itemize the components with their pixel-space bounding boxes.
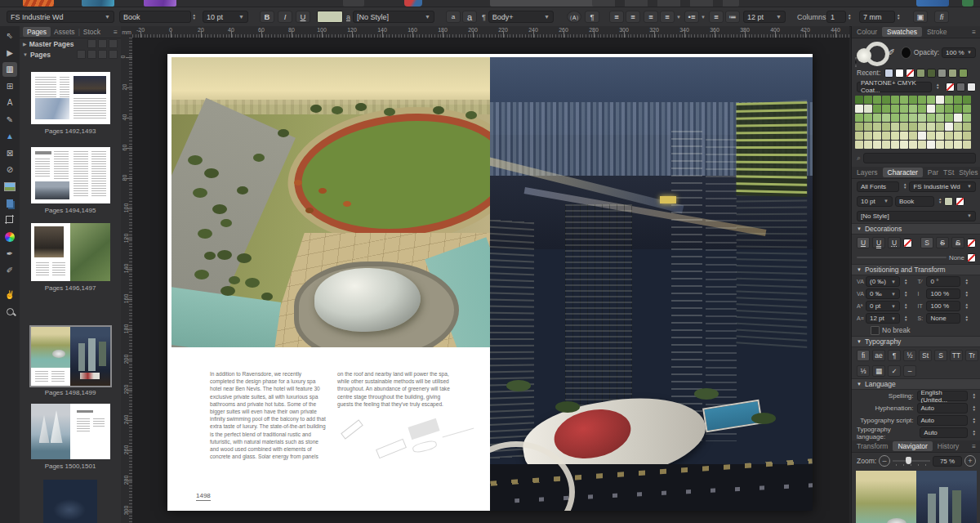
pantone-swatch[interactable] <box>954 105 962 113</box>
char-size-select[interactable]: 10 pt▼ <box>857 196 893 207</box>
double-strikethrough-button[interactable]: S <box>951 237 964 248</box>
panel-menu-icon[interactable]: ≡ <box>114 28 118 36</box>
pantone-swatch[interactable] <box>891 141 899 149</box>
bullet-list-button[interactable]: ≡ <box>709 11 724 23</box>
pantone-swatch[interactable] <box>864 114 872 122</box>
page-item-2[interactable]: Pages 1494,1495 <box>20 147 121 214</box>
tab-character[interactable]: Character <box>883 168 923 177</box>
pantone-swatch[interactable] <box>963 96 971 104</box>
quick-swatch[interactable] <box>956 83 965 92</box>
strikethrough-off-button[interactable]: S <box>920 237 933 248</box>
stepper-icon[interactable]: ▲▼ <box>964 315 968 322</box>
spread-icon[interactable] <box>77 50 86 59</box>
pantone-swatch[interactable] <box>954 114 962 122</box>
typography-button-r2[interactable]: ⅓ <box>857 365 870 377</box>
pantone-swatch[interactable] <box>945 114 953 122</box>
crop-tool[interactable] <box>2 212 17 227</box>
columns-input[interactable]: 1 <box>826 11 846 23</box>
pantone-swatch[interactable] <box>909 105 917 113</box>
zoom-slider-thumb[interactable] <box>906 457 911 464</box>
quick-swatch[interactable] <box>946 83 955 92</box>
typography-button-r1[interactable]: ¶ <box>888 350 901 361</box>
zoom-out-button[interactable]: – <box>879 455 890 467</box>
pantone-swatch[interactable] <box>954 123 962 131</box>
zoom-tool[interactable] <box>2 304 17 319</box>
vertical-ruler[interactable]: 0204060801001201401601802002202402602803… <box>121 38 133 523</box>
char-colour-swatch[interactable] <box>944 197 953 206</box>
pantone-swatch[interactable] <box>954 141 962 149</box>
panel-menu-icon[interactable]: ≡ <box>972 443 976 450</box>
char-big-button[interactable]: a <box>462 11 477 23</box>
page-item-5[interactable]: Pages 1500,1501 <box>20 404 121 470</box>
pantone-swatch[interactable] <box>882 123 890 131</box>
rectangle-frame-tool[interactable]: ⊠ <box>2 145 17 160</box>
ellipse-frame-tool[interactable]: ⊘ <box>2 163 17 177</box>
body-text-column-2[interactable]: on the roof and nearby land will power t… <box>337 370 454 408</box>
typography-button-r1[interactable]: fi <box>857 350 870 361</box>
place-image-tool[interactable] <box>2 179 17 194</box>
decoration-stroke-swatch[interactable] <box>967 253 976 262</box>
pantone-swatch[interactable] <box>909 114 917 122</box>
chevron-down-icon[interactable]: ▼ <box>676 15 681 20</box>
tab-layers[interactable]: Layers <box>857 168 878 177</box>
transform-field[interactable]: 0 ° <box>926 276 960 287</box>
del-master-icon[interactable] <box>109 39 118 48</box>
pantone-swatch[interactable] <box>882 96 890 104</box>
pantone-swatch[interactable] <box>900 96 908 104</box>
picked-colour-well[interactable] <box>901 47 911 59</box>
char-weight-select[interactable]: Book <box>895 196 934 207</box>
align-left-button[interactable]: ≡ <box>609 11 624 23</box>
pen-tool[interactable]: ✎ <box>2 112 17 127</box>
hand-tool[interactable]: ✌ <box>2 288 17 302</box>
typography-button-r1[interactable]: ae <box>872 350 885 361</box>
fill-stroke-selector[interactable] <box>857 42 880 63</box>
typography-header[interactable]: ▼ Typography <box>852 336 980 347</box>
stepper-icon[interactable]: ▲▼ <box>973 418 976 424</box>
recent-swatch[interactable] <box>895 69 904 78</box>
show-paragraph-button[interactable]: ¶ <box>585 11 599 23</box>
pantone-swatch[interactable] <box>918 105 926 113</box>
decoration-stroke-slider[interactable] <box>857 257 947 258</box>
dropcap-button[interactable]: 🄐 <box>567 11 581 23</box>
navigator-preview[interactable] <box>856 471 977 523</box>
underline-colour-swatch[interactable] <box>903 239 912 248</box>
pantone-swatch[interactable] <box>927 141 935 149</box>
stepper-icon[interactable]: ▲▼ <box>904 291 907 297</box>
pantone-swatch[interactable] <box>963 114 971 122</box>
opacity-select[interactable]: 100 %▼ <box>942 47 976 58</box>
canvas-pasteboard[interactable]: In addition to Ravensdore, we recently c… <box>132 38 849 523</box>
char-stroke-swatch[interactable] <box>956 197 964 206</box>
colour-wheel-tool[interactable] <box>2 230 17 244</box>
language-row-select[interactable]: Auto <box>917 415 968 426</box>
transform-field[interactable]: 100 % <box>926 288 960 299</box>
pantone-swatch[interactable] <box>936 141 944 149</box>
positioning-field[interactable]: (0 ‰)▼ <box>866 276 900 287</box>
shape-tool[interactable]: ▲ <box>2 129 17 144</box>
panel-menu-icon[interactable]: ≡ <box>972 29 976 36</box>
pantone-swatch[interactable] <box>855 96 863 104</box>
add-master-icon[interactable] <box>87 39 96 48</box>
char-style-select[interactable]: [No Style]▼ <box>857 211 976 221</box>
page-thumbnail[interactable] <box>43 480 97 523</box>
stepper-icon[interactable]: ▲▼ <box>904 303 907 310</box>
pantone-swatch[interactable] <box>891 114 899 122</box>
node-tool[interactable]: ▶ <box>2 45 17 60</box>
page-left-1498[interactable]: In addition to Ravensdore, we recently c… <box>167 54 490 511</box>
strikethrough-colour-swatch[interactable] <box>967 239 976 248</box>
recent-swatch[interactable] <box>959 69 968 78</box>
char-small-button[interactable]: a <box>446 11 461 23</box>
page-thumbnail[interactable] <box>31 147 110 203</box>
positioning-field[interactable]: 0 ‰▼ <box>866 288 900 299</box>
pantone-swatch[interactable] <box>936 96 944 104</box>
dup-page-icon[interactable] <box>98 50 107 59</box>
fill-circle[interactable] <box>857 48 871 63</box>
pantone-swatch[interactable] <box>909 96 917 104</box>
ruler-units[interactable]: mm <box>121 26 132 38</box>
pages-tool[interactable] <box>2 196 17 211</box>
move-tool[interactable]: ⇖ <box>2 29 17 43</box>
collapse-icon[interactable]: ▼ <box>23 52 28 57</box>
typography-button-r1[interactable]: TT <box>950 350 963 361</box>
pantone-swatch[interactable] <box>873 114 881 122</box>
align-right-button[interactable]: ≡ <box>644 11 658 23</box>
tab-stroke[interactable]: Stroke <box>927 28 947 36</box>
